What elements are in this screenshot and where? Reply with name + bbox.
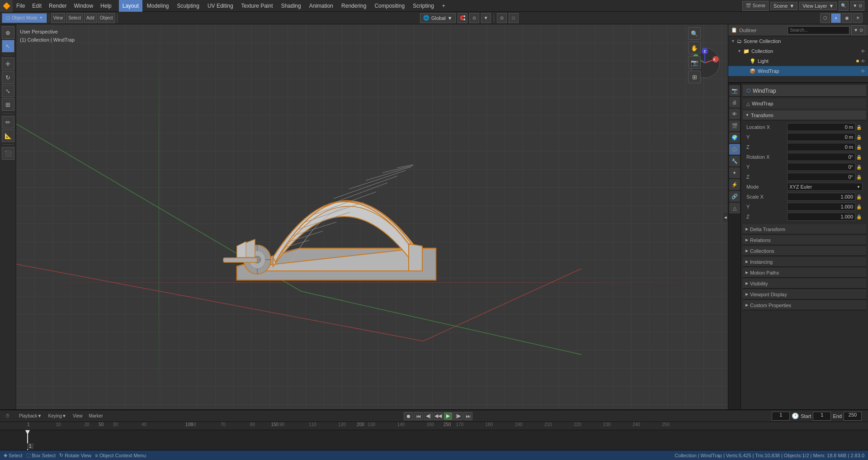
menu-file[interactable]: File — [13, 0, 28, 12]
end-frame-input[interactable]: 250 — [844, 412, 862, 421]
view-menu-tl[interactable]: View — [71, 411, 85, 421]
props-data-btn[interactable]: △ — [729, 203, 740, 213]
transform-tool[interactable]: ⊞ — [2, 98, 14, 111]
props-object-btn[interactable]: ⬡ — [729, 144, 740, 155]
viewport-3d[interactable]: User Perspective (1) Collection | WindTr… — [16, 24, 728, 409]
transform-header[interactable]: ▼ Transform — [743, 110, 866, 120]
workspace-uv-editing[interactable]: UV Editing — [204, 0, 237, 12]
panel-collapse-btn[interactable]: ◂ — [723, 213, 728, 221]
scale-y-lock[interactable]: 🔒 — [855, 204, 863, 209]
props-render-btn[interactable]: 📷 — [729, 85, 740, 96]
props-particles-btn[interactable]: ✦ — [729, 167, 740, 178]
annotate-tool[interactable]: ✏ — [2, 116, 14, 128]
shading-render[interactable]: ☀ — [853, 13, 863, 23]
workspace-sculpting[interactable]: Sculpting — [174, 0, 203, 12]
menu-render[interactable]: Render — [45, 0, 70, 12]
record-btn[interactable]: ⏺ — [404, 412, 413, 420]
visibility-eye[interactable]: 👁 — [861, 49, 865, 54]
rotation-x-value[interactable]: 0° — [787, 153, 855, 161]
zoom-in-btn[interactable]: 🔍 — [688, 27, 701, 40]
mode-selector[interactable]: ⬡ Object Mode ▼ — [2, 13, 47, 23]
workspace-shading[interactable]: Shading — [278, 0, 305, 12]
overlay-toggle[interactable]: ⊙ — [497, 13, 507, 23]
delta-transform-header[interactable]: ▶ Delta Transform — [743, 224, 866, 234]
shading-solid[interactable]: ● — [831, 13, 841, 23]
instancing-header[interactable]: ▶ Instancing — [743, 257, 866, 267]
rotation-y-lock[interactable]: 🔒 — [855, 165, 863, 170]
location-x-value[interactable]: 0 m — [787, 123, 855, 131]
workspace-rendering[interactable]: Rendering — [338, 0, 370, 12]
shading-wireframe[interactable]: ⬡ — [820, 13, 830, 23]
play-btn[interactable]: ▶ — [443, 412, 453, 420]
timeline-body[interactable]: 1 50 100 150 200 250 10 20 30 40 60 70 8… — [0, 422, 868, 450]
props-constraints-btn[interactable]: 🔗 — [729, 191, 740, 202]
visibility-header[interactable]: ▶ Visibility — [743, 279, 866, 289]
scale-y-value[interactable]: 1.000 — [787, 203, 855, 211]
collections-header[interactable]: ▶ Collections — [743, 246, 866, 256]
add-cube-tool[interactable]: ⬛ — [2, 147, 14, 160]
xray-toggle[interactable]: □ — [509, 13, 519, 23]
playback-menu[interactable]: Playback ▼ — [17, 411, 43, 421]
snap-toggle[interactable]: 🧲 — [458, 13, 467, 23]
pan-btn[interactable]: ✋ — [688, 42, 701, 54]
rotation-mode-dropdown[interactable]: XYZ Euler ▼ — [787, 183, 863, 191]
select-tool[interactable]: ↖ — [2, 40, 14, 52]
rotation-z-value[interactable]: 0° — [787, 173, 855, 181]
current-frame-input[interactable]: 1 — [772, 412, 790, 421]
scale-tool[interactable]: ⤡ — [2, 85, 14, 97]
play-reverse-btn[interactable]: ◀◀ — [434, 412, 443, 420]
scene-selector[interactable]: Scene ▼ — [770, 2, 797, 10]
scale-x-value[interactable]: 1.000 — [787, 193, 855, 201]
engine-selector[interactable]: 🎬 Scene — [742, 1, 769, 11]
scale-z-lock[interactable]: 🔒 — [855, 214, 863, 219]
menu-help[interactable]: Help — [97, 0, 115, 12]
workspace-layout[interactable]: Layout — [119, 0, 142, 12]
props-scene-btn[interactable]: 🎬 — [729, 120, 740, 131]
jump-end-btn[interactable]: ⏭ — [463, 412, 472, 420]
add-menu[interactable]: Add — [84, 13, 97, 23]
location-y-lock[interactable]: 🔒 — [855, 135, 863, 140]
grid-btn[interactable]: ⊞ — [688, 71, 701, 83]
location-y-value[interactable]: 0 m — [787, 133, 855, 141]
location-z-lock[interactable]: 🔒 — [855, 145, 863, 150]
workspace-scripting[interactable]: Scripting — [409, 0, 438, 12]
marker-menu[interactable]: Marker — [87, 411, 104, 421]
menu-window[interactable]: Window — [70, 0, 97, 12]
shading-material[interactable]: ◉ — [842, 13, 852, 23]
move-tool[interactable]: ✛ — [2, 57, 14, 70]
rotation-x-lock[interactable]: 🔒 — [855, 155, 863, 160]
outliner-search[interactable] — [788, 26, 849, 34]
outliner-light[interactable]: ▶ 💡 Light 👁 — [728, 56, 868, 66]
location-z-value[interactable]: 0 m — [787, 143, 855, 151]
props-modifier-btn[interactable]: 🔧 — [729, 156, 740, 166]
view-menu[interactable]: View — [51, 13, 66, 23]
light-visibility[interactable]: 👁 — [861, 59, 865, 64]
prev-keyframe-btn[interactable]: ◀| — [424, 412, 433, 420]
workspace-modeling[interactable]: Modeling — [143, 0, 173, 12]
scale-x-lock[interactable]: 🔒 — [855, 194, 863, 199]
custom-properties-header[interactable]: ▶ Custom Properties — [743, 300, 866, 310]
viewport-display-header[interactable]: ▶ Viewport Display — [743, 289, 866, 299]
next-keyframe-btn[interactable]: |▶ — [453, 412, 462, 420]
workspace-texture-paint[interactable]: Texture Paint — [238, 0, 277, 12]
rotation-z-lock[interactable]: 🔒 — [855, 175, 863, 180]
props-output-btn[interactable]: 🖨 — [729, 97, 740, 108]
props-view-btn[interactable]: 👁 — [729, 109, 740, 119]
cursor-tool[interactable]: ⊕ — [2, 26, 14, 39]
rotate-tool[interactable]: ↻ — [2, 71, 14, 84]
start-frame-input[interactable]: 1 — [813, 412, 831, 421]
outliner-collection[interactable]: ▼ 📁 Collection 👁 — [728, 46, 868, 56]
filter-btn[interactable]: ▼ ⊙ — [850, 1, 864, 11]
transform-orientation[interactable]: 🌐 Global ▼ — [420, 13, 456, 23]
timeline-track[interactable]: 1 — [27, 430, 868, 450]
props-physics-btn[interactable]: ⚡ — [729, 179, 740, 190]
motion-paths-header[interactable]: ▶ Motion Paths — [743, 268, 866, 278]
windtrap-visibility[interactable]: 👁 — [861, 69, 865, 74]
workspace-add[interactable]: + — [439, 0, 449, 12]
select-menu[interactable]: Select — [66, 13, 83, 23]
workspace-compositing[interactable]: Compositing — [371, 0, 408, 12]
camera-btn[interactable]: 📷 — [688, 56, 701, 69]
outliner-filter[interactable]: ▼ ⊙ — [851, 25, 865, 35]
outliner-scene-collection[interactable]: ▼ 🗂 Scene Collection — [728, 36, 868, 46]
location-x-lock[interactable]: 🔒 — [855, 125, 863, 130]
